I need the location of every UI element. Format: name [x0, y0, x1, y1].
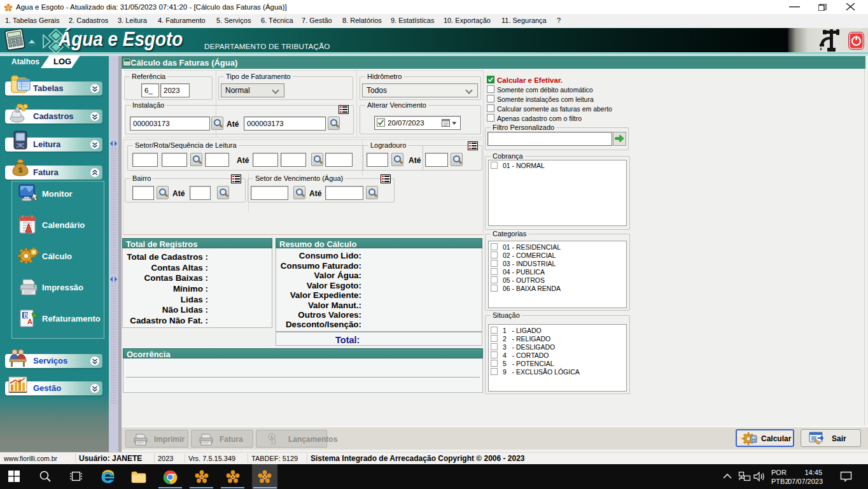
svg-text:$: $ — [270, 434, 274, 440]
svg-text:$: $ — [18, 166, 22, 174]
